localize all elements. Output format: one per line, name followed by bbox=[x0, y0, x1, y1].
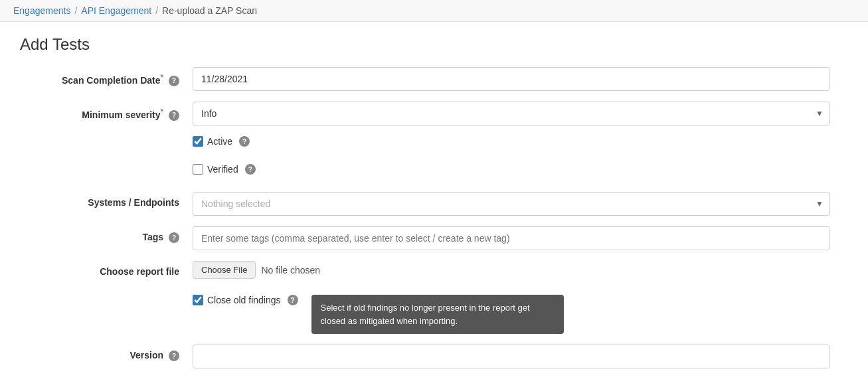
breadcrumb-sep-2: / bbox=[155, 5, 158, 16]
tags-wrap bbox=[193, 226, 848, 250]
close-findings-area: Close old findings ? Select if old findi… bbox=[193, 295, 848, 334]
breadcrumb-api-engagement[interactable]: API Engagement bbox=[81, 5, 151, 16]
minimum-severity-wrap: Info Low Medium High Critical ▼ bbox=[193, 102, 848, 125]
scan-completion-date-input[interactable] bbox=[193, 67, 830, 91]
version-row: Version ? bbox=[20, 345, 848, 368]
verified-row: Verified ? bbox=[20, 164, 848, 181]
close-old-findings-label-spacer bbox=[20, 289, 193, 295]
systems-endpoints-select-wrap: Nothing selected ▼ bbox=[193, 192, 830, 216]
close-old-findings-row: Close old findings ? Select if old findi… bbox=[20, 289, 848, 334]
no-file-text: No file chosen bbox=[261, 265, 320, 275]
choose-report-file-row: Choose report file Choose File No file c… bbox=[20, 261, 848, 279]
active-checkbox[interactable] bbox=[193, 136, 203, 147]
active-help-icon[interactable]: ? bbox=[239, 136, 250, 147]
verified-checkbox[interactable] bbox=[193, 164, 203, 175]
version-help-icon[interactable]: ? bbox=[169, 351, 179, 361]
version-label: Version ? bbox=[20, 345, 193, 361]
verified-checkbox-label[interactable]: Verified bbox=[207, 164, 238, 175]
choose-report-file-wrap: Choose File No file chosen bbox=[193, 261, 848, 279]
breadcrumb: Engagements / API Engagement / Re-upload… bbox=[0, 0, 868, 22]
verified-label-spacer bbox=[20, 164, 193, 169]
close-findings-left: Close old findings ? bbox=[193, 295, 298, 305]
tags-help-icon[interactable]: ? bbox=[169, 232, 179, 243]
verified-checkbox-row: Verified ? bbox=[193, 164, 848, 175]
choose-report-file-label: Choose report file bbox=[20, 261, 193, 277]
tags-input[interactable] bbox=[193, 226, 830, 250]
systems-endpoints-row: Systems / Endpoints Nothing selected ▼ bbox=[20, 192, 848, 216]
scan-completion-date-help-icon[interactable]: ? bbox=[169, 76, 179, 86]
systems-endpoints-label: Systems / Endpoints bbox=[20, 192, 193, 208]
version-wrap bbox=[193, 345, 848, 368]
breadcrumb-current: Re-upload a ZAP Scan bbox=[162, 5, 257, 16]
active-control-wrap: Active ? bbox=[193, 136, 848, 153]
active-label-spacer bbox=[20, 136, 193, 141]
minimum-severity-help-icon[interactable]: ? bbox=[169, 110, 179, 121]
choose-file-button[interactable]: Choose File bbox=[193, 261, 256, 279]
systems-endpoints-wrap: Nothing selected ▼ bbox=[193, 192, 848, 216]
active-row: Active ? bbox=[20, 136, 848, 153]
minimum-severity-select-wrap: Info Low Medium High Critical ▼ bbox=[193, 102, 830, 125]
breadcrumb-sep-1: / bbox=[74, 5, 77, 16]
tags-label: Tags ? bbox=[20, 226, 193, 243]
version-input[interactable] bbox=[193, 345, 830, 368]
breadcrumb-engagements[interactable]: Engagements bbox=[13, 5, 70, 16]
active-checkbox-row: Active ? bbox=[193, 136, 848, 147]
minimum-severity-row: Minimum severity* ? Info Low Medium High… bbox=[20, 102, 848, 125]
close-old-findings-tooltip: Select if old findings no longer present… bbox=[311, 295, 564, 334]
minimum-severity-label: Minimum severity* ? bbox=[20, 102, 193, 121]
close-old-findings-checkbox[interactable] bbox=[193, 295, 203, 305]
main-content: Add Tests Scan Completion Date* ? Minimu… bbox=[0, 22, 868, 391]
add-tests-form: Scan Completion Date* ? Minimum severity… bbox=[20, 67, 848, 368]
minimum-severity-select[interactable]: Info Low Medium High Critical bbox=[193, 102, 830, 125]
close-old-findings-checkbox-label[interactable]: Close old findings bbox=[207, 295, 281, 305]
scan-completion-date-row: Scan Completion Date* ? bbox=[20, 67, 848, 91]
tags-row: Tags ? bbox=[20, 226, 848, 250]
file-input-area: Choose File No file chosen bbox=[193, 261, 848, 279]
page-title: Add Tests bbox=[20, 35, 848, 54]
scan-completion-date-wrap bbox=[193, 67, 848, 91]
verified-help-icon[interactable]: ? bbox=[245, 164, 256, 175]
scan-completion-date-label: Scan Completion Date* ? bbox=[20, 67, 193, 86]
close-old-findings-help-icon[interactable]: ? bbox=[288, 295, 298, 305]
systems-endpoints-select[interactable]: Nothing selected bbox=[193, 192, 830, 216]
close-old-findings-wrap: Close old findings ? Select if old findi… bbox=[193, 289, 848, 334]
verified-control-wrap: Verified ? bbox=[193, 164, 848, 181]
active-checkbox-label[interactable]: Active bbox=[207, 136, 232, 147]
